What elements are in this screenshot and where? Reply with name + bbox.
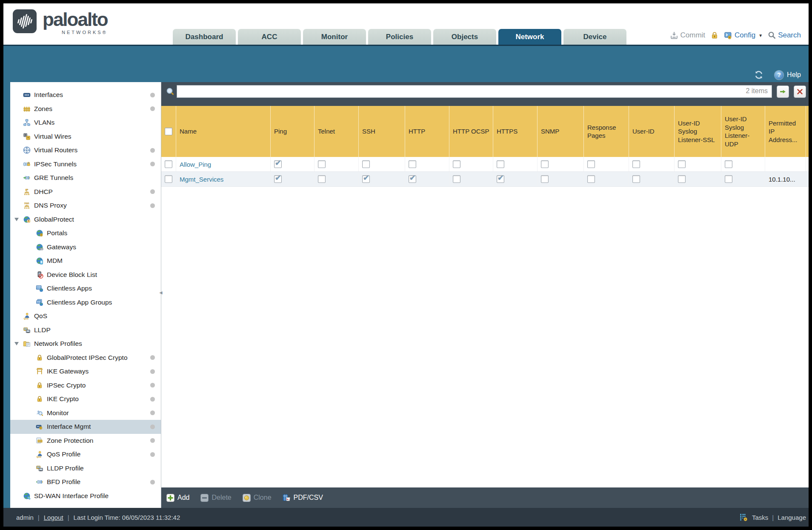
- tab-monitor[interactable]: Monitor: [303, 29, 366, 45]
- tab-dashboard[interactable]: Dashboard: [173, 29, 236, 45]
- ssh-checkbox[interactable]: ✔: [362, 175, 370, 183]
- add-button[interactable]: Add: [166, 494, 189, 502]
- logout-link[interactable]: Logout: [44, 514, 63, 521]
- sidebar-item-ipsec-tunnels[interactable]: IPSec Tunnels: [10, 157, 161, 171]
- https-checkbox[interactable]: ✔: [497, 175, 504, 183]
- sidebar-item-clientless-apps[interactable]: Clientless Apps: [10, 282, 161, 296]
- mdm-icon: [36, 257, 43, 265]
- sidebar-item-qos-profile[interactable]: QoSQoS Profile: [10, 447, 161, 462]
- user_id_syslog_udp-checkbox[interactable]: [725, 175, 732, 183]
- expanded-triangle-icon[interactable]: [14, 218, 19, 221]
- sidebar-item-globalprotect[interactable]: GlobalProtect: [10, 213, 161, 227]
- user_id-checkbox[interactable]: [632, 160, 640, 168]
- clone-button[interactable]: Clone: [243, 494, 272, 502]
- sidebar-item-ipsec-crypto[interactable]: IPSec Crypto: [10, 379, 161, 393]
- user_id_syslog_ssl-checkbox[interactable]: [678, 160, 686, 168]
- sidebar-item-vlans[interactable]: VLANs: [10, 116, 161, 130]
- footer-session-info: admin | Logout | Last Login Time: 06/05/…: [16, 514, 180, 521]
- sidebar-item-mdm[interactable]: MDM: [10, 254, 161, 268]
- sidebar-item-qos[interactable]: QoSQoS: [10, 309, 161, 323]
- sidebar-item-dhcp[interactable]: IPDHCP: [10, 185, 161, 199]
- filter-input[interactable]: [177, 85, 772, 98]
- check-icon: ✔: [363, 174, 369, 182]
- column-label: HTTP: [409, 127, 425, 136]
- sidebar-item-globalprotect-ipsec-crypto[interactable]: GlobalProtect IPSec Crypto: [10, 351, 161, 365]
- sidebar-item-virtual-wires[interactable]: Virtual Wires: [10, 130, 161, 144]
- sidebar-item-ike-gateways[interactable]: IKE Gateways: [10, 365, 161, 379]
- apply-filter-button[interactable]: [777, 85, 789, 98]
- lldp-icon: [23, 326, 31, 334]
- sidebar-item-lldp-profile[interactable]: LLDP Profile: [10, 462, 161, 476]
- user_id_syslog_ssl-checkbox[interactable]: [678, 175, 686, 183]
- paloalto-logo: paloalto NETWORKS®: [13, 9, 108, 35]
- https-checkbox[interactable]: [497, 160, 504, 168]
- tab-policies[interactable]: Policies: [368, 29, 431, 45]
- sidebar-item-sd-wan-interface-profile[interactable]: SD-WAN Interface Profile: [10, 489, 161, 503]
- ping-checkbox[interactable]: ✔: [274, 175, 282, 183]
- sidebar-item-gateways[interactable]: Gateways: [10, 240, 161, 254]
- sidebar-item-virtual-routers[interactable]: Virtual Routers: [10, 143, 161, 157]
- user_id-checkbox[interactable]: [632, 175, 640, 183]
- commit-button[interactable]: Commit: [670, 31, 706, 40]
- svg-text:QoS: QoS: [24, 317, 29, 320]
- telnet-checkbox[interactable]: [318, 160, 326, 168]
- sidebar-item-clientless-app-groups[interactable]: Clientless App Groups: [10, 296, 161, 310]
- sidebar-item-bfd-profile[interactable]: BFD Profile: [10, 475, 161, 489]
- pdf-csv-button[interactable]: PDF/CSV: [283, 494, 323, 502]
- svg-text:QoS: QoS: [37, 456, 41, 458]
- http_ocsp-checkbox[interactable]: [453, 160, 460, 168]
- ssh-checkbox[interactable]: [362, 160, 370, 168]
- sidebar-item-network-profiles[interactable]: Network Profiles: [10, 337, 161, 351]
- row-select-checkbox[interactable]: [165, 175, 172, 183]
- response_pages-checkbox[interactable]: [587, 160, 595, 168]
- telnet-checkbox[interactable]: [318, 175, 326, 183]
- tab-acc[interactable]: ACC: [238, 29, 301, 45]
- sidebar-item-device-block-list[interactable]: Device Block List: [10, 268, 161, 282]
- sidebar-item-monitor[interactable]: Monitor: [10, 406, 161, 420]
- response_pages-checkbox[interactable]: [587, 175, 595, 183]
- snmp-checkbox[interactable]: [541, 175, 549, 183]
- help-icon[interactable]: ?: [775, 71, 783, 80]
- config-menu[interactable]: Config ▼: [724, 31, 763, 40]
- status-dot: [150, 480, 155, 484]
- refresh-icon[interactable]: [754, 70, 763, 80]
- column-header-select[interactable]: [161, 106, 176, 157]
- lock-icon[interactable]: [710, 31, 719, 40]
- delete-button[interactable]: Delete: [200, 494, 231, 502]
- column-label: Name: [180, 127, 197, 136]
- row-select-checkbox[interactable]: [165, 160, 172, 168]
- global-search-button[interactable]: Search: [768, 31, 801, 40]
- help-label[interactable]: Help: [787, 71, 801, 79]
- sidebar-item-ike-crypto[interactable]: IKE Crypto: [10, 392, 161, 406]
- snmp-checkbox[interactable]: [541, 160, 549, 168]
- ping-checkbox[interactable]: ✔: [274, 160, 282, 168]
- expanded-triangle-icon[interactable]: [14, 342, 19, 345]
- search-label: Search: [778, 31, 801, 40]
- tasks-button[interactable]: Tasks: [752, 514, 768, 521]
- sidebar-item-interface-mgmt[interactable]: Interface Mgmt: [10, 420, 161, 434]
- ike-gateways-icon: [36, 368, 43, 375]
- user_id_syslog_udp-checkbox[interactable]: [725, 160, 732, 168]
- sidebar-item-lldp[interactable]: LLDP: [10, 323, 161, 337]
- sidebar-item-label: MDM: [47, 257, 161, 265]
- select-all-checkbox[interactable]: [165, 128, 172, 135]
- row-name-link[interactable]: Allow_Ping: [180, 161, 211, 168]
- sidebar-item-zone-protection[interactable]: Zone Protection: [10, 434, 161, 448]
- sidebar-item-portals[interactable]: Portals: [10, 226, 161, 240]
- http-checkbox[interactable]: [409, 160, 416, 168]
- separator: |: [38, 514, 40, 521]
- tab-network[interactable]: Network: [498, 29, 561, 45]
- sidebar-collapse-icon[interactable]: ◄: [158, 290, 163, 296]
- language-button[interactable]: Language: [778, 514, 806, 521]
- sidebar-item-label: DNS Proxy: [34, 202, 161, 209]
- tab-objects[interactable]: Objects: [433, 29, 496, 45]
- http-checkbox[interactable]: ✔: [409, 175, 416, 183]
- sidebar-item-dns-proxy[interactable]: DNSDNS Proxy: [10, 199, 161, 213]
- sidebar-item-zones[interactable]: Zones: [10, 102, 161, 116]
- sidebar-item-interfaces[interactable]: Interfaces: [10, 88, 161, 102]
- tab-device[interactable]: Device: [563, 29, 626, 45]
- clear-filter-button[interactable]: [794, 85, 806, 98]
- http_ocsp-checkbox[interactable]: [453, 175, 460, 183]
- sidebar-item-gre-tunnels[interactable]: GRE Tunnels: [10, 171, 161, 185]
- row-name-link[interactable]: Mgmt_Services: [180, 176, 223, 183]
